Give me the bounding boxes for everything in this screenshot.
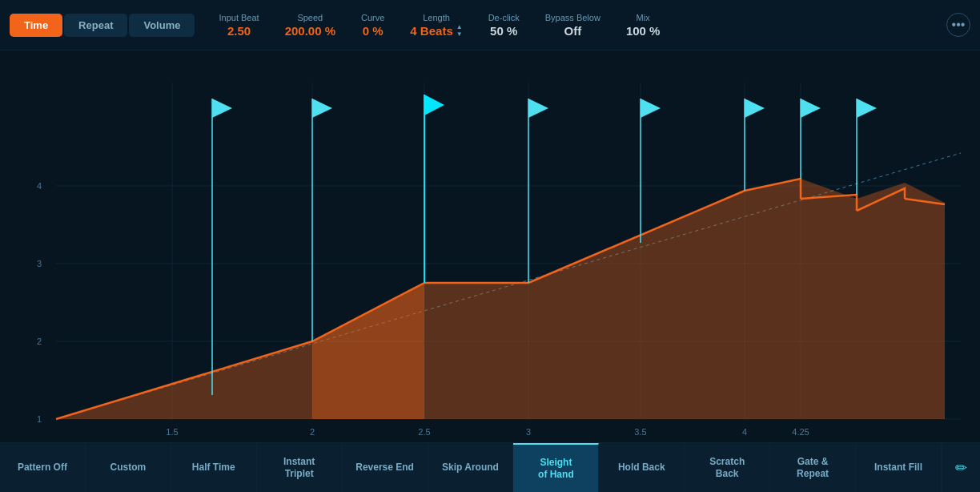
param-input-beat-value[interactable]: 2.50 [227,24,251,38]
svg-marker-29 [857,183,945,419]
param-curve: Curve 0 % [361,13,384,38]
param-curve-label: Curve [361,13,384,22]
tab-group: Time Repeat Volume [10,14,195,37]
svg-text:3.5: 3.5 [634,427,646,437]
preset-hold-back[interactable]: Hold Back [599,443,685,492]
param-declick-value[interactable]: 50 % [490,24,517,38]
preset-gate-repeat[interactable]: Gate &Repeat [770,443,856,492]
svg-text:2: 2 [310,427,315,437]
svg-text:4: 4 [742,427,747,437]
param-speed-label: Speed [297,13,323,22]
preset-skip-around[interactable]: Skip Around [428,443,514,492]
preset-scratch-back[interactable]: ScratchBack [685,443,770,492]
param-declick-label: De-click [488,13,520,22]
param-input-beat-label: Input Beat [219,13,259,22]
param-length-label: Length [423,13,450,22]
svg-text:2: 2 [37,337,42,346]
length-arrows: ▲ ▼ [456,24,463,38]
more-button[interactable]: ••• [946,13,970,37]
preset-reverse-end[interactable]: Reverse End [343,443,428,492]
param-length: Length 4 Beats ▲ ▼ [410,13,462,38]
svg-text:1.5: 1.5 [166,427,178,437]
preset-instant-triplet[interactable]: InstantTriplet [257,443,343,492]
tab-repeat[interactable]: Repeat [64,14,127,37]
svg-text:4.25: 4.25 [792,427,809,437]
arrow-down-icon[interactable]: ▼ [456,31,463,38]
svg-marker-28 [745,179,857,419]
preset-instant-fill[interactable]: Instant Fill [856,443,942,492]
param-input-beat: Input Beat 2.50 [219,13,259,38]
param-mix-label: Mix [637,13,650,22]
param-mix-value[interactable]: 100 % [626,24,661,38]
svg-text:2.5: 2.5 [418,427,430,437]
tab-volume[interactable]: Volume [129,14,195,37]
svg-text:3: 3 [37,259,42,268]
params-area: Input Beat 2.50 Speed 200.00 % Curve 0 %… [219,13,946,38]
chart-svg: 1 2 3 4 1.5 2 2.5 3 3.5 4 4.25 [0,50,980,442]
param-bypass-value[interactable]: Off [564,24,581,38]
svg-text:3: 3 [526,427,531,437]
param-bypass: Bypass Below Off [545,13,600,38]
top-bar: Time Repeat Volume Input Beat 2.50 Speed… [0,0,980,50]
param-mix: Mix 100 % [626,13,661,38]
preset-half-time[interactable]: Half Time [171,443,257,492]
preset-sleight-of-hand[interactable]: Sleightof Hand [513,443,599,492]
preset-custom[interactable]: Custom [86,443,171,492]
param-bypass-label: Bypass Below [545,13,600,22]
tab-time[interactable]: Time [10,14,62,37]
svg-text:1: 1 [37,414,42,424]
param-curve-value[interactable]: 0 % [363,24,384,38]
param-speed-value[interactable]: 200.00 % [285,24,335,38]
pencil-button[interactable]: ✏ [942,443,980,492]
svg-text:4: 4 [37,181,42,191]
param-declick: De-click 50 % [488,13,520,38]
param-speed: Speed 200.00 % [285,13,335,38]
param-length-value: 4 Beats [410,24,452,38]
preset-pattern-off[interactable]: Pattern Off [0,443,86,492]
param-length-stepper[interactable]: 4 Beats ▲ ▼ [410,24,462,38]
chart-area: Beat 1 2 3 4 1.5 2 2.5 3 3.5 4 [0,50,980,442]
pencil-icon: ✏ [955,459,967,477]
preset-bar: Pattern Off Custom Half Time InstantTrip… [0,442,980,492]
arrow-up-icon[interactable]: ▲ [456,24,463,30]
